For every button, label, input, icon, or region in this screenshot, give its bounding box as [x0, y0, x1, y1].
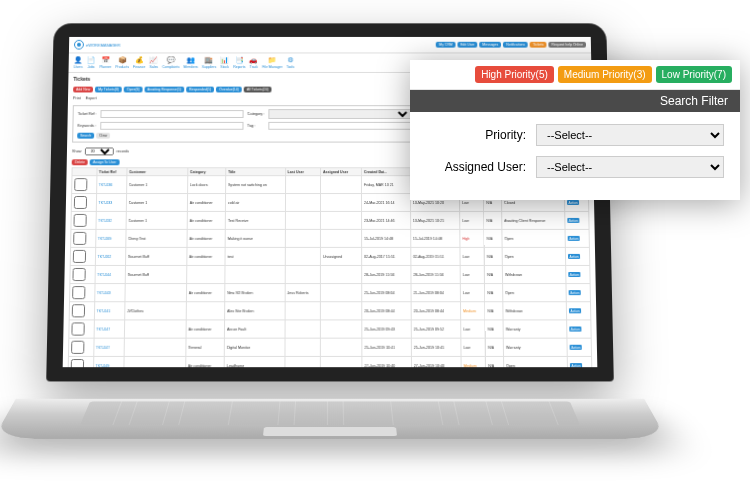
column-header[interactable]	[72, 168, 97, 176]
assigned-user-select[interactable]: --Select--	[536, 156, 724, 178]
ticket-ref-link[interactable]: TKT-069	[95, 229, 126, 247]
lastuser-cell	[285, 229, 321, 247]
header-link[interactable]: Notifications	[503, 42, 528, 48]
category-select[interactable]	[269, 109, 412, 119]
batch-delete[interactable]: Delete	[72, 159, 88, 165]
category-cell: General	[186, 338, 225, 356]
tool-jobs[interactable]: 📄Jobs	[87, 56, 96, 69]
header-link[interactable]: Edit User	[457, 42, 477, 48]
ticket-ref-link[interactable]: TKT-041	[94, 302, 125, 320]
column-header[interactable]: Customer	[126, 168, 187, 176]
ticket-ref-link[interactable]: TKT-047	[93, 338, 124, 356]
tool-track[interactable]: 🚗Track	[249, 56, 258, 69]
tool-suppliers[interactable]: 🏬Suppliers	[202, 56, 217, 69]
tool-reports[interactable]: 📑Reports	[233, 56, 245, 69]
action-button[interactable]: Action	[566, 320, 591, 338]
tool-complaints[interactable]: 💬Complaints	[162, 56, 179, 69]
header-link[interactable]: Messages	[479, 42, 501, 48]
column-header[interactable]: Created Dat...	[361, 168, 410, 176]
status-cell: Open	[502, 229, 565, 247]
ticket-ref-link[interactable]: TKT-044	[95, 265, 126, 283]
column-header[interactable]: Title	[226, 168, 286, 176]
subaction-print[interactable]: Print	[73, 96, 81, 100]
assigned-cell	[320, 176, 361, 194]
tool-members[interactable]: 👥Members	[183, 56, 198, 69]
tool-sales[interactable]: 📈Sales	[149, 56, 158, 69]
checkbox[interactable]	[71, 229, 96, 247]
title-cell: cold air	[225, 194, 285, 212]
members-icon: 👥	[186, 56, 195, 64]
updated-cell: 02-Aug-2019 15:51	[411, 247, 461, 265]
action-button[interactable]: Action	[565, 247, 590, 265]
tab-button[interactable]: Awaiting Response(1)	[144, 87, 184, 93]
ticketref-input[interactable]	[100, 110, 243, 118]
ticket-ref-link[interactable]: TKT-032	[95, 211, 125, 229]
subaction-export[interactable]: Export	[86, 96, 97, 100]
checkbox[interactable]	[70, 284, 95, 302]
checkbox[interactable]	[68, 356, 93, 367]
batch-assign-to-user[interactable]: Assign To User	[90, 159, 120, 165]
tool-products[interactable]: 📦Products	[115, 56, 129, 69]
tab-button[interactable]: Overdue(14)	[216, 87, 241, 93]
checkbox[interactable]	[71, 211, 96, 229]
tool-users[interactable]: 👤Users	[74, 56, 83, 69]
checkbox[interactable]	[69, 302, 94, 320]
tab-button[interactable]: All Tickets(24)	[244, 87, 272, 93]
tool-label: Members	[183, 65, 197, 69]
header-link[interactable]: Request help Online	[549, 42, 586, 48]
checkbox[interactable]	[71, 194, 96, 212]
pager-size-select[interactable]: 20	[84, 147, 113, 155]
checkbox[interactable]	[68, 338, 93, 356]
tab-button[interactable]: Responded(1)	[186, 87, 214, 93]
ticket-ref-link[interactable]: TKT-036	[96, 176, 126, 194]
action-button[interactable]: Action	[566, 338, 591, 356]
tool-stock[interactable]: 📊Stock	[220, 56, 229, 69]
checkbox[interactable]	[70, 247, 95, 265]
priority-cell: Medium	[460, 302, 485, 320]
column-header[interactable]: Ticket Ref	[96, 168, 126, 176]
keywords-input[interactable]	[100, 122, 243, 130]
table-row: TKT-041JVClothesAlex Site Broken20-Jun-2…	[69, 302, 591, 320]
tool-tools[interactable]: ⚙Tools	[286, 56, 294, 69]
logo-icon	[74, 40, 84, 50]
tool-planner[interactable]: 📅Planner	[99, 56, 111, 69]
header-link[interactable]: Tickets	[530, 42, 547, 48]
ticket-ref-link[interactable]: TKT-033	[96, 194, 126, 212]
tool-finance[interactable]: 💰Finance	[133, 56, 146, 69]
customer-cell: JVClothes	[124, 302, 186, 320]
ticket-ref-link[interactable]: TKT-002	[95, 247, 126, 265]
tab-button[interactable]: My Tickets(0)	[95, 87, 122, 93]
priority-select[interactable]: --Select--	[536, 124, 724, 146]
search-button[interactable]: Search	[77, 133, 94, 139]
priority-chip[interactable]: High Priority(5)	[475, 66, 554, 83]
tool-label: Finance	[133, 65, 145, 69]
checkbox[interactable]	[69, 320, 94, 338]
header-link[interactable]: My CRM	[436, 42, 455, 48]
checkbox[interactable]	[70, 265, 95, 283]
action-button[interactable]: Action	[566, 284, 591, 302]
assigned-cell	[320, 194, 361, 212]
action-button[interactable]: Action	[565, 229, 590, 247]
category-cell: Air conditioner	[185, 356, 224, 367]
action-button[interactable]: Action	[564, 211, 589, 229]
priority-chip[interactable]: Medium Priority(3)	[558, 66, 652, 83]
tool-label: Sales	[149, 65, 158, 69]
clear-button[interactable]: Clear	[96, 133, 110, 139]
ticket-ref-link[interactable]: TKT-047	[94, 320, 125, 338]
checkbox[interactable]	[72, 176, 97, 194]
tag-input[interactable]	[269, 122, 412, 130]
action-button[interactable]: Action	[566, 302, 591, 320]
column-header[interactable]: Category	[188, 168, 226, 176]
tool-file-manager[interactable]: 📁File Manager	[262, 56, 282, 69]
tab-button[interactable]: Add New	[73, 87, 93, 93]
column-header[interactable]: Assigned User	[320, 168, 361, 176]
table-row: TKT-047GeneralDigital Monitor25-Jun-2019…	[68, 338, 591, 356]
tab-button[interactable]: Open(6)	[124, 87, 143, 93]
ticket-ref-link[interactable]: TKT-049	[93, 356, 124, 367]
column-header[interactable]: Last User	[285, 168, 320, 176]
ticket-ref-link[interactable]: TKT-043	[94, 284, 125, 302]
action-button[interactable]: Action	[565, 265, 590, 283]
priority-chip[interactable]: Low Priority(7)	[656, 66, 732, 83]
lastuser-cell	[285, 211, 320, 229]
action-button[interactable]: Action	[567, 356, 592, 367]
